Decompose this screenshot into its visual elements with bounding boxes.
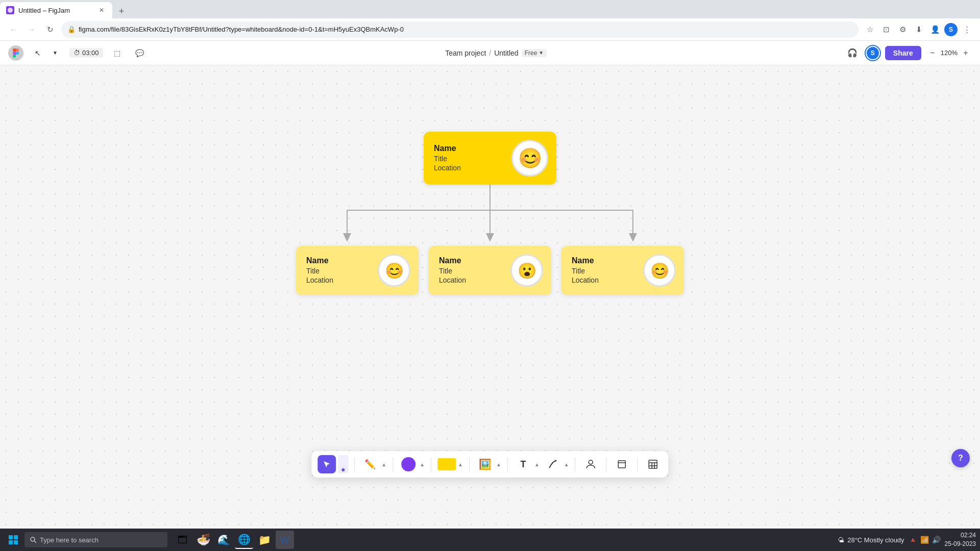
child-3-title: Title — [572, 266, 635, 276]
taskbar-app-edge[interactable]: 🌊 — [214, 531, 233, 549]
weather-info: 🌤 28°C Mostly cloudy — [838, 536, 904, 544]
google-account-button[interactable]: S — [944, 23, 958, 36]
back-button[interactable]: ← — [6, 22, 20, 37]
table-tool-button[interactable] — [644, 455, 663, 473]
sticky-preview — [437, 458, 456, 470]
volume-icon[interactable]: 🔊 — [932, 536, 941, 544]
user-avatar[interactable]: S — [866, 46, 880, 60]
comment-button[interactable]: 💬 — [132, 45, 148, 61]
zoom-in-button[interactable]: + — [960, 47, 972, 59]
child-2-location: Location — [439, 276, 502, 285]
breadcrumb: Team project / Untitled Free ▼ — [445, 49, 547, 57]
taskbar-system-icons: 🔺 📶 🔊 — [909, 536, 941, 544]
canvas-area[interactable]: Name Title Location 😊 — [0, 65, 980, 529]
taskbar-app-word[interactable]: W — [276, 531, 294, 549]
figma-center: Team project / Untitled Free ▼ — [154, 49, 838, 57]
audio-button[interactable]: 🎧 — [844, 45, 861, 61]
select-tool-button[interactable]: ↖ — [30, 45, 46, 61]
reload-button[interactable]: ↻ — [43, 22, 57, 37]
svg-marker-6 — [486, 233, 494, 242]
zoom-controls: − 120% + — [926, 47, 972, 59]
pen-tool-button[interactable]: ✏️ — [361, 455, 379, 473]
connector-chevron[interactable]: ▲ — [564, 462, 569, 467]
sticker-chevron[interactable]: ▲ — [496, 462, 501, 467]
taskbar-app-explorer[interactable]: 📁 — [255, 531, 274, 549]
taskbar-app-chrome[interactable]: 🌐 — [235, 531, 253, 549]
child-card-2[interactable]: Name Title Location 😮 — [429, 246, 551, 295]
plan-label: Free — [525, 49, 537, 57]
org-chart: Name Title Location 😊 — [281, 132, 699, 295]
taskbar-app-widgets[interactable]: 🗔 — [174, 531, 192, 549]
downloads-button[interactable]: ⬇ — [912, 22, 926, 37]
floating-toolbar: ✏️ ▲ ▲ ▲ — [311, 451, 668, 478]
address-bar[interactable]: 🔒 figma.com/file/83GisEkRxK0z1yTbY8tFBf/… — [61, 21, 859, 38]
svg-point-22 — [31, 537, 35, 541]
system-tray-icon[interactable]: 🔺 — [909, 536, 917, 544]
sticky-chevron[interactable]: ▲ — [458, 462, 463, 467]
child-2-avatar: 😮 — [510, 254, 543, 287]
tab-title: Untitled – FigJam — [18, 7, 93, 14]
forward-button[interactable]: → — [24, 22, 39, 37]
child-2-text: Name Title Location — [439, 256, 502, 285]
move-tool-extra[interactable] — [338, 455, 348, 473]
connector-tool-button[interactable] — [544, 455, 562, 473]
share-button[interactable]: Share — [885, 46, 921, 60]
tool-dropdown-button[interactable]: ▼ — [47, 45, 63, 61]
svg-rect-20 — [9, 540, 13, 544]
child-card-1[interactable]: Name Title Location 😊 — [296, 246, 419, 295]
move-tool-button[interactable] — [317, 455, 336, 473]
start-button[interactable] — [4, 531, 22, 549]
security-icon: 🔒 — [67, 26, 76, 33]
more-options-button[interactable]: ⋮ — [960, 22, 974, 37]
figma-logo[interactable] — [8, 45, 23, 61]
pen-tool-chevron[interactable]: ▲ — [381, 462, 386, 467]
network-icon[interactable]: 📶 — [920, 536, 929, 544]
table-section — [644, 455, 663, 473]
profile-button[interactable]: 👤 — [928, 22, 942, 37]
divider-8 — [638, 457, 638, 471]
sticker-button[interactable]: 🖼️ — [476, 455, 494, 473]
tab-close-button[interactable]: ✕ — [97, 6, 106, 15]
text-chevron[interactable]: ▲ — [534, 462, 540, 467]
root-card[interactable]: Name Title Location 😊 — [424, 132, 556, 185]
circle-shape-button[interactable] — [399, 455, 418, 473]
sticky-button[interactable] — [437, 455, 456, 473]
child-card-3[interactable]: Name Title Location 😊 — [561, 246, 684, 295]
child-1-title: Title — [306, 266, 370, 276]
zoom-level: 120% — [941, 49, 958, 57]
root-avatar: 😊 — [511, 140, 548, 177]
taskbar-search[interactable]: Type here to search — [24, 532, 167, 547]
plan-dropdown-icon: ▼ — [538, 50, 544, 56]
canvas-view-button[interactable]: ⬚ — [109, 45, 126, 61]
root-row: Name Title Location 😊 — [281, 132, 699, 185]
frame-section — [613, 455, 631, 473]
bookmark-button[interactable]: ☆ — [863, 22, 877, 37]
svg-line-23 — [34, 541, 36, 543]
person-tool-button[interactable] — [582, 455, 600, 473]
figma-right-actions: 🎧 S Share − 120% + — [844, 45, 972, 61]
zoom-out-button[interactable]: − — [926, 47, 939, 59]
plan-badge[interactable]: Free ▼ — [522, 49, 547, 57]
tab-bar: Untitled – FigJam ✕ + — [0, 0, 980, 18]
svg-rect-21 — [14, 540, 18, 544]
shapes-chevron[interactable]: ▲ — [420, 462, 425, 467]
divider-1 — [354, 457, 355, 471]
shapes-section: ▲ — [399, 455, 425, 473]
new-tab-button[interactable]: + — [114, 4, 129, 18]
svg-rect-18 — [9, 535, 13, 539]
weather-icon: 🌤 — [838, 536, 844, 544]
child-3-name: Name — [572, 256, 635, 266]
help-button[interactable]: ? — [951, 449, 970, 467]
extensions-button[interactable]: ⚙ — [895, 22, 910, 37]
windows-logo — [8, 535, 18, 545]
project-name: Team project — [445, 49, 486, 57]
taskbar-app-food[interactable]: 🍜 — [194, 531, 212, 549]
child-3-location: Location — [572, 276, 635, 285]
text-section: T ▲ — [514, 455, 540, 473]
taskbar-clock[interactable]: 02:24 25-09-2023 — [945, 531, 976, 548]
active-tab[interactable]: Untitled – FigJam ✕ — [0, 2, 112, 18]
chrome-cast-button[interactable]: ⊡ — [879, 22, 893, 37]
text-tool-button[interactable]: T — [514, 455, 532, 473]
frame-tool-button[interactable] — [613, 455, 631, 473]
child-2-title: Title — [439, 266, 502, 276]
